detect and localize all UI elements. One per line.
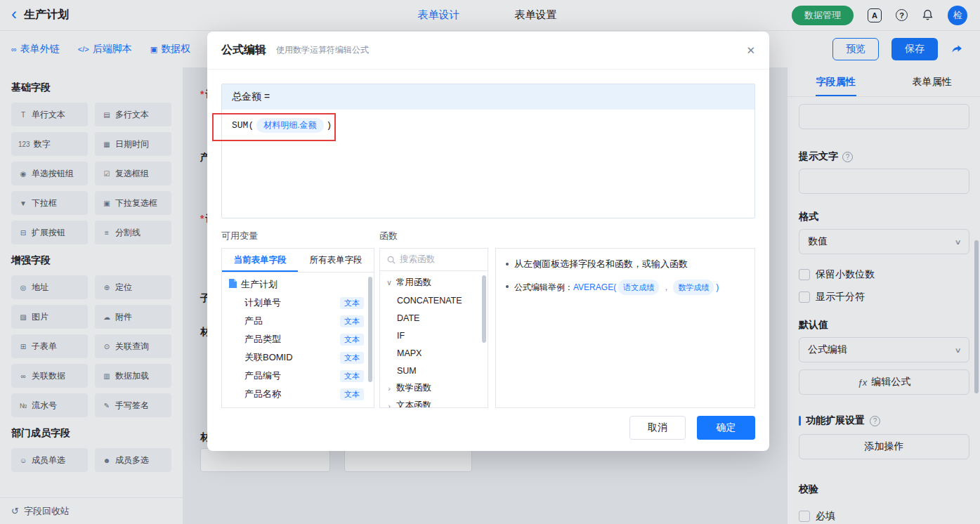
tab-current-form-fields[interactable]: 当前表单字段 [222,249,298,272]
variable-name: 计划单号 [244,296,281,309]
modal-subtitle: 使用数学运算符编辑公式 [276,44,369,56]
formula-editor-area[interactable]: SUM( 材料明细.金额 ) [222,110,754,218]
function-group-文本函数[interactable]: ›文本函数 [380,397,488,408]
variables-tabs: 当前表单字段 所有表单字段 [222,249,374,273]
variable-type-tag: 文本 [340,370,364,382]
modal-panels: 当前表单字段 所有表单字段 生产计划 计划单号文本产品文本产品类型文本关联BOM… [221,248,755,408]
function-group-label: 常用函数 [396,277,431,289]
help-example: 公式编辑举例： AVERAGE( 语文成绩 ， 数学成绩 ) [514,280,719,295]
help-line-1: 从左侧面板选择字段名和函数，或输入函数 [506,257,745,271]
close-icon[interactable]: ✕ [746,44,755,57]
variable-row[interactable]: 产品类型文本 [222,330,374,348]
function-item-DATE[interactable]: DATE [380,309,488,327]
variable-type-tag: 文本 [340,388,364,400]
formula-prefix: SUM( [232,120,254,131]
variables-panel: 当前表单字段 所有表单字段 生产计划 计划单号文本产品文本产品类型文本关联BOM… [221,248,374,408]
chevron-right-icon: › [386,384,393,393]
confirm-button[interactable]: 确定 [697,416,755,440]
variable-type-tag: 文本 [340,334,364,346]
modal-footer: 取消 确定 [629,416,755,440]
variable-name: 产品 [244,315,263,327]
variable-name: 关联BOMID [244,351,293,364]
tab-all-form-fields[interactable]: 所有表单字段 [298,249,374,272]
variable-row[interactable]: 关联BOMID文本 [222,348,374,367]
field-chip[interactable]: 材料明细.金额 [256,118,323,133]
functions-tree: ∨常用函数CONCATENATEDATEIFMAPXSUM›数学函数›文本函数 [380,271,488,408]
formula-suffix: ) [327,120,332,131]
variable-name: 产品类型 [244,333,281,346]
function-item-MAPX[interactable]: MAPX [380,344,488,362]
variable-row[interactable]: 产品名称文本 [222,385,374,403]
tree-root-label: 生产计划 [241,278,277,291]
example-field-chip: 数学成绩 [673,280,714,295]
help-text: 公式编辑举例： [514,280,573,294]
function-item-SUM[interactable]: SUM [380,362,488,379]
panel-labels: 可用变量 函数 [221,230,755,242]
cancel-button[interactable]: 取消 [629,416,686,440]
formula-box: 总金额 = SUM( 材料明细.金额 ) [221,84,755,218]
variable-type-tag: 文本 [340,352,364,364]
form-doc-icon [229,279,237,290]
variable-name: 产品名称 [244,388,281,400]
variables-scrollbar[interactable] [368,277,372,382]
help-function: AVERAGE( [573,280,616,294]
modal-title: 公式编辑 [221,43,266,58]
formula-help-panel: 从左侧面板选择字段名和函数，或输入函数 公式编辑举例： AVERAGE( 语文成… [495,248,755,408]
function-group-label: 文本函数 [396,400,431,408]
variable-type-tag: 文本 [340,297,364,309]
modal-header: 公式编辑 使用数学运算符编辑公式 ✕ [207,32,769,70]
variables-list: 生产计划 计划单号文本产品文本产品类型文本关联BOMID文本产品编号文本产品名称… [222,273,374,403]
tree-root-form[interactable]: 生产计划 [222,275,374,294]
help-comma: ， [662,280,670,294]
variable-row[interactable]: 产品编号文本 [222,367,374,385]
app: ‹ 生产计划 表单设计 表单设置 数据管理 A ? 检 ∞表单外链</>后端脚本… [0,0,980,524]
chevron-down-icon: ∨ [386,278,393,287]
formula-target-row: 总金额 = [222,84,754,110]
search-placeholder: 搜索函数 [400,254,435,266]
function-item-IF[interactable]: IF [380,327,488,344]
chevron-right-icon: › [386,402,393,409]
bullet-dot [506,285,509,288]
formula-editor-modal: 公式编辑 使用数学运算符编辑公式 ✕ 总金额 = SUM( 材料明细.金额 ) … [207,32,769,451]
bullet-dot [506,263,509,266]
formula-target: 总金额 = [232,91,270,103]
functions-label: 函数 [379,230,398,242]
function-group-数学函数[interactable]: ›数学函数 [380,379,488,397]
function-group-label: 数学函数 [396,382,431,394]
variable-row[interactable]: 计划单号文本 [222,294,374,312]
function-item-CONCATENATE[interactable]: CONCATENATE [380,292,488,309]
functions-panel: 搜索函数 ∨常用函数CONCATENATEDATEIFMAPXSUM›数学函数›… [379,248,488,408]
formula-expression: SUM( 材料明细.金额 ) [232,118,745,133]
variable-type-tag: 文本 [340,315,364,327]
variable-row[interactable]: 产品文本 [222,312,374,330]
example-field-chip: 语文成绩 [618,280,659,295]
help-text: 从左侧面板选择字段名和函数，或输入函数 [514,257,688,271]
function-search-input[interactable]: 搜索函数 [380,249,488,271]
help-paren: ) [716,280,719,294]
help-line-2: 公式编辑举例： AVERAGE( 语文成绩 ， 数学成绩 ) [506,280,745,295]
variable-name: 产品编号 [244,369,281,382]
variables-label: 可用变量 [221,230,258,242]
function-group-常用函数[interactable]: ∨常用函数 [380,274,488,292]
search-icon [387,256,396,264]
modal-body: 总金额 = SUM( 材料明细.金额 ) 可用变量 函数 当前表单字段 [207,70,769,408]
functions-scrollbar[interactable] [482,275,486,343]
